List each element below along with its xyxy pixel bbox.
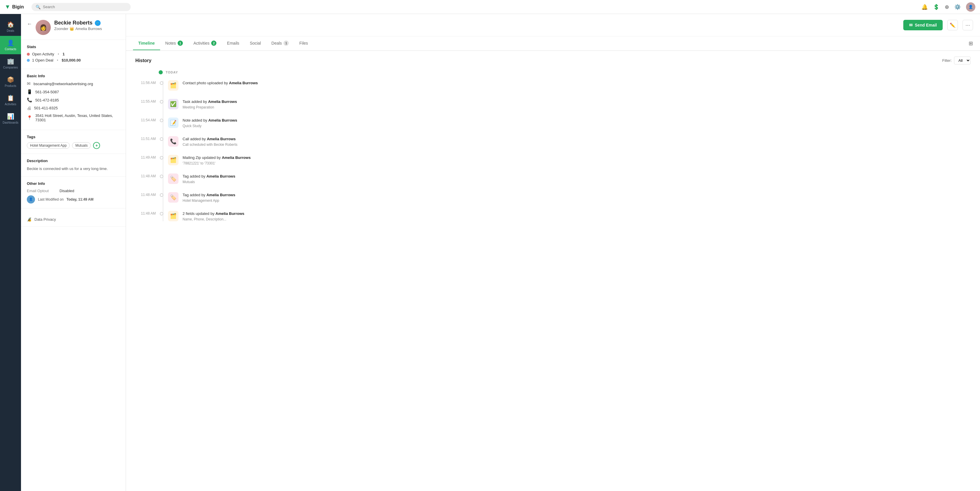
timeline-entry: 11:48 AM 🏷️ Tag added by Amelia Burrows …	[135, 192, 970, 203]
sidebar-item-activities[interactable]: 📋 Activities	[0, 91, 21, 109]
contact-company: Zoonder 👑 Amelia Burrows	[54, 27, 120, 31]
send-email-button[interactable]: ✉ Send Email	[903, 20, 943, 30]
tab-emails[interactable]: Emails	[222, 37, 244, 50]
phone1-value: 561-354-5087	[35, 90, 59, 94]
entry-title: Contact photo uploaded by Amelia Burrows	[183, 80, 970, 86]
tab-files[interactable]: Files	[294, 37, 313, 50]
address-row: 📍 3541 Holt Street, Austin, Texas, Unite…	[27, 113, 120, 122]
basic-info-section: Basic Info ✉ bscamalrq@networkadvertisin…	[21, 69, 126, 130]
twitter-badge: 🐦	[95, 20, 100, 26]
logo: ▼ Bigin	[5, 3, 28, 10]
tag-mutuals: Mutuals	[72, 142, 91, 149]
tab-notes[interactable]: Notes 1	[160, 37, 188, 51]
email-optout-label: Email Optout	[27, 189, 56, 193]
filter-select[interactable]: All	[954, 57, 970, 64]
fax-icon: 🖨	[27, 106, 31, 111]
description-text: Beckie is connected with us for a very l…	[27, 166, 120, 172]
plus-circle-icon[interactable]: ⊕	[945, 4, 949, 10]
entry-subtitle: Quick Study	[183, 124, 970, 128]
entry-time: 11:55 AM	[135, 99, 156, 103]
entry-icon: 🗂️	[168, 211, 178, 221]
send-email-label: Send Email	[915, 23, 937, 27]
filter-label: Filter:	[942, 58, 952, 63]
edit-button[interactable]: ✏️	[947, 20, 958, 30]
settings-icon[interactable]: ⚙️	[955, 4, 961, 10]
back-button[interactable]: ←	[27, 21, 32, 27]
tab-emails-label: Emails	[227, 41, 239, 46]
bell-icon[interactable]: 🔔	[921, 4, 928, 10]
last-modified-time: Today, 11:49 AM	[67, 197, 93, 202]
timeline-entry: 11:51 AM 📞 Call added by Amelia Burrows …	[135, 136, 970, 147]
sidebar-label-products: Products	[5, 84, 16, 87]
right-panel: ✉ Send Email ✏️ ⋯ Timeline Notes 1 Activ…	[126, 14, 980, 491]
entry-dot	[160, 156, 163, 159]
entry-icon: 🏷️	[168, 173, 178, 184]
entry-time: 11:54 AM	[135, 118, 156, 122]
entry-title: 2 fields updated by Amelia Burrows	[183, 211, 970, 217]
stat-open-activity: Open Activity • 1	[27, 52, 120, 56]
activities-icon: 📋	[7, 94, 14, 102]
contact-name: Beckie Roberts	[54, 20, 92, 26]
tab-social[interactable]: Social	[244, 37, 266, 50]
tab-activities-label: Activities	[193, 41, 209, 46]
search-bar[interactable]: 🔍	[32, 3, 130, 11]
entry-time: 11:48 AM	[135, 192, 156, 197]
modifier-avatar: 👤	[27, 195, 35, 203]
stat-open-deal: 1 Open Deal • $10,000.00	[27, 58, 120, 62]
sidebar-item-contacts[interactable]: 👤 Contacts	[0, 36, 21, 54]
location-icon: 📍	[27, 115, 32, 121]
email-optout-value: Disabled	[59, 189, 75, 193]
fax-value: 501-411-8325	[34, 106, 58, 110]
entry-body: Tag added by Amelia Burrows Mutuals	[183, 173, 970, 184]
sidebar-item-companies[interactable]: 🏢 Companies	[0, 54, 21, 73]
open-deal-dot	[27, 59, 30, 62]
entry-dot	[160, 175, 163, 178]
search-input[interactable]	[43, 5, 127, 9]
tab-activities-badge: 2	[211, 41, 216, 46]
sidebar-item-dashboards[interactable]: 📊 Dashboards	[0, 109, 21, 128]
timeline-entry: 11:54 AM 📝 Note added by Amelia Burrows …	[135, 118, 970, 128]
data-privacy-row: 🔏 Data Privacy	[27, 217, 120, 222]
last-modified-row: 👤 Last Modified on Today, 11:49 AM	[27, 195, 120, 203]
sidebar-item-products[interactable]: 📦 Products	[0, 73, 21, 91]
contact-avatar: 👩	[36, 20, 51, 35]
main-layout: 🏠 Deals 👤 Contacts 🏢 Companies 📦 Product…	[0, 14, 980, 491]
tabs-bar: Timeline Notes 1 Activities 2 Emails Soc…	[126, 37, 980, 51]
history-header: History Filter: All	[135, 57, 970, 64]
dollar-icon[interactable]: 💲	[933, 4, 939, 10]
tab-deals-label: Deals	[272, 41, 282, 46]
contact-top-bar: ✉ Send Email ✏️ ⋯	[126, 14, 980, 37]
logo-text: Bigin	[12, 4, 24, 10]
entry-dot	[160, 193, 163, 197]
timeline-today: TODAY	[159, 70, 970, 74]
sidebar-item-deals[interactable]: 🏠 Deals	[0, 17, 21, 36]
timeline-content: History Filter: All TODAY 11:56 AM 🗂️	[126, 51, 980, 491]
more-options-button[interactable]: ⋯	[963, 20, 973, 30]
tag-hotel: Hotel Management App	[27, 142, 70, 149]
tab-activities[interactable]: Activities 2	[188, 37, 222, 51]
other-info-title: Other Info	[27, 181, 120, 186]
company-name: Zoonder	[54, 27, 68, 31]
user-avatar[interactable]: 👤	[966, 2, 975, 12]
open-activity-count: 1	[62, 52, 64, 56]
entry-subtitle: Mutuals	[183, 180, 970, 184]
entry-icon: 🏷️	[168, 192, 178, 203]
entry-time: 11:51 AM	[135, 136, 156, 141]
tags-row: Hotel Management App Mutuals +	[27, 142, 120, 149]
sidebar: 🏠 Deals 👤 Contacts 🏢 Companies 📦 Product…	[0, 14, 21, 491]
layout-toggle-button[interactable]: ⊞	[969, 40, 973, 47]
description-section: Description Beckie is connected with us …	[21, 154, 126, 177]
entry-title: Call added by Amelia Burrows	[183, 136, 970, 142]
timeline-entries: 11:56 AM 🗂️ Contact photo uploaded by Am…	[135, 80, 970, 221]
add-tag-button[interactable]: +	[93, 142, 100, 149]
timeline-entry: 11:56 AM 🗂️ Contact photo uploaded by Am…	[135, 80, 970, 91]
entry-icon: ✅	[168, 99, 178, 109]
sidebar-label-contacts: Contacts	[5, 48, 16, 51]
tab-timeline[interactable]: Timeline	[133, 37, 160, 50]
entry-title: Tag added by Amelia Burrows	[183, 173, 970, 179]
owner-badge: 👑	[69, 27, 74, 31]
entry-dot	[160, 119, 163, 122]
tab-deals-badge: 1	[283, 41, 289, 46]
tab-deals[interactable]: Deals 1	[266, 37, 294, 51]
today-label: TODAY	[165, 71, 178, 74]
